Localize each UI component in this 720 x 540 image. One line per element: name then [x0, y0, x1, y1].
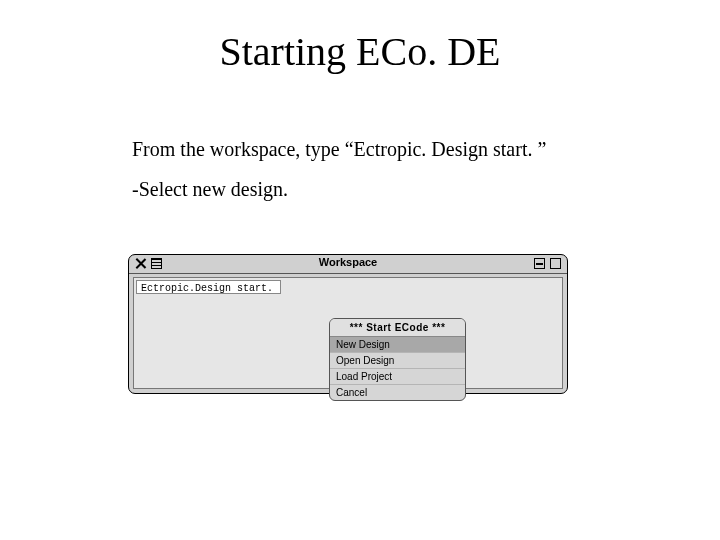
start-ecode-menu: *** Start ECode *** New Design Open Desi…	[329, 318, 466, 401]
command-input[interactable]: Ectropic.Design start.	[136, 280, 281, 294]
menu-item-open-design[interactable]: Open Design	[330, 353, 465, 369]
menu-header: *** Start ECode ***	[330, 319, 465, 337]
workspace-window: Workspace Ectropic.Design start. *** Sta…	[128, 254, 568, 394]
instruction-line-2: -Select new design.	[132, 178, 288, 201]
menu-item-new-design[interactable]: New Design	[330, 337, 465, 353]
workspace-title: Workspace	[129, 256, 567, 268]
workspace-titlebar: Workspace	[129, 255, 567, 274]
menu-item-load-project[interactable]: Load Project	[330, 369, 465, 385]
instruction-line-1: From the workspace, type “Ectropic. Desi…	[132, 138, 546, 161]
menu-item-cancel[interactable]: Cancel	[330, 385, 465, 400]
slide: Starting ECo. DE From the workspace, typ…	[0, 0, 720, 540]
collapse-icon[interactable]	[534, 258, 545, 269]
maximize-icon[interactable]	[550, 258, 561, 269]
workspace-body: Ectropic.Design start. *** Start ECode *…	[133, 277, 563, 389]
slide-title: Starting ECo. DE	[0, 28, 720, 75]
